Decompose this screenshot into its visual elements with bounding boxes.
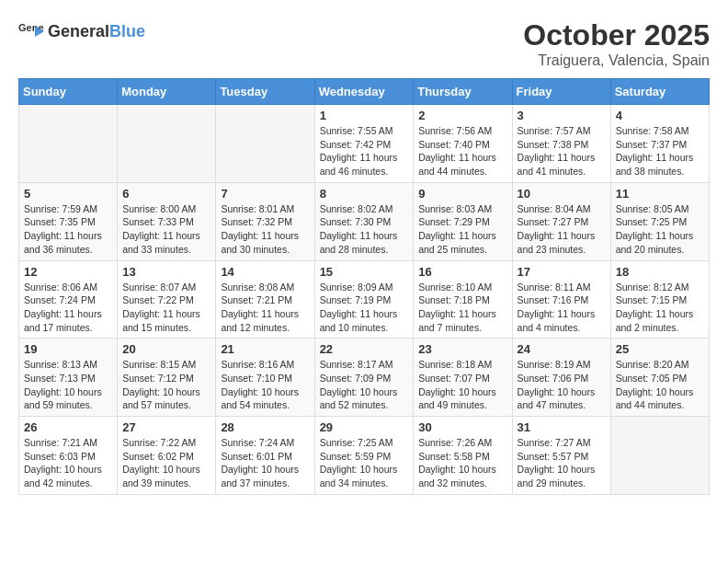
sunset: Sunset: 7:15 PM [616, 294, 688, 305]
calendar-cell: 31 Sunrise: 7:27 AM Sunset: 5:57 PM Dayl… [512, 417, 610, 495]
daylight: Daylight: 11 hours and 28 minutes. [320, 230, 398, 255]
daylight: Daylight: 10 hours and 54 minutes. [221, 386, 299, 411]
calendar-cell: 20 Sunrise: 8:15 AM Sunset: 7:12 PM Dayl… [118, 339, 216, 417]
calendar-cell: 14 Sunrise: 8:08 AM Sunset: 7:21 PM Dayl… [216, 260, 314, 339]
sunrise: Sunrise: 8:12 AM [616, 282, 689, 293]
day-number: 29 [320, 420, 409, 434]
sunset: Sunset: 7:27 PM [518, 216, 589, 227]
calendar-cell: 5 Sunrise: 7:59 AM Sunset: 7:35 PM Dayli… [19, 182, 118, 260]
sunrise: Sunrise: 8:10 AM [418, 282, 492, 293]
calendar-cell: 27 Sunrise: 7:22 AM Sunset: 6:02 PM Dayl… [118, 417, 216, 495]
day-number: 2 [418, 109, 506, 122]
day-info: Sunrise: 8:04 AM Sunset: 7:27 PM Dayligh… [518, 202, 606, 257]
day-info: Sunrise: 8:06 AM Sunset: 7:24 PM Dayligh… [24, 281, 112, 335]
daylight: Daylight: 10 hours and 52 minutes. [320, 386, 398, 411]
daylight: Daylight: 10 hours and 32 minutes. [418, 464, 496, 488]
sunset: Sunset: 7:19 PM [320, 294, 392, 305]
daylight: Daylight: 11 hours and 38 minutes. [616, 152, 694, 177]
sunrise: Sunrise: 8:15 AM [122, 359, 196, 370]
day-info: Sunrise: 7:25 AM Sunset: 5:59 PM Dayligh… [320, 436, 409, 490]
calendar-cell: 24 Sunrise: 8:19 AM Sunset: 7:06 PM Dayl… [512, 339, 610, 417]
day-info: Sunrise: 7:22 AM Sunset: 6:02 PM Dayligh… [122, 436, 210, 490]
sunset: Sunset: 7:29 PM [418, 216, 490, 227]
day-info: Sunrise: 8:18 AM Sunset: 7:07 PM Dayligh… [418, 358, 506, 412]
daylight: Daylight: 11 hours and 10 minutes. [320, 308, 398, 333]
calendar-cell: 30 Sunrise: 7:26 AM Sunset: 5:58 PM Dayl… [414, 417, 512, 495]
day-number: 27 [122, 420, 210, 434]
calendar-cell: 19 Sunrise: 8:13 AM Sunset: 7:13 PM Dayl… [19, 339, 118, 417]
calendar-cell: 17 Sunrise: 8:11 AM Sunset: 7:16 PM Dayl… [512, 260, 610, 339]
calendar-cell: 2 Sunrise: 7:56 AM Sunset: 7:40 PM Dayli… [414, 105, 512, 183]
calendar-cell: 25 Sunrise: 8:20 AM Sunset: 7:05 PM Dayl… [610, 339, 709, 417]
calendar-cell: 26 Sunrise: 7:21 AM Sunset: 6:03 PM Dayl… [19, 417, 118, 495]
daylight: Daylight: 11 hours and 41 minutes. [518, 152, 596, 177]
sunset: Sunset: 7:33 PM [122, 216, 194, 227]
day-info: Sunrise: 7:58 AM Sunset: 7:37 PM Dayligh… [616, 124, 704, 178]
weekday-header-row: SundayMondayTuesdayWednesdayThursdayFrid… [19, 79, 710, 105]
calendar-cell: 12 Sunrise: 8:06 AM Sunset: 7:24 PM Dayl… [19, 260, 118, 339]
weekday-header-thursday: Thursday [414, 79, 512, 105]
week-row-4: 19 Sunrise: 8:13 AM Sunset: 7:13 PM Dayl… [19, 339, 710, 417]
daylight: Daylight: 10 hours and 47 minutes. [518, 386, 596, 411]
sunrise: Sunrise: 8:09 AM [320, 282, 393, 293]
day-number: 4 [616, 109, 704, 122]
day-info: Sunrise: 8:20 AM Sunset: 7:05 PM Dayligh… [616, 358, 704, 412]
day-info: Sunrise: 8:03 AM Sunset: 7:29 PM Dayligh… [418, 202, 506, 257]
day-info: Sunrise: 8:19 AM Sunset: 7:06 PM Dayligh… [518, 358, 606, 412]
daylight: Daylight: 11 hours and 44 minutes. [418, 152, 496, 177]
daylight: Daylight: 11 hours and 7 minutes. [418, 308, 496, 333]
logo-general: General [48, 22, 109, 40]
daylight: Daylight: 10 hours and 59 minutes. [24, 386, 102, 411]
day-number: 6 [122, 187, 210, 201]
sunrise: Sunrise: 7:55 AM [320, 125, 393, 136]
sunrise: Sunrise: 8:01 AM [221, 203, 294, 214]
title-block: October 2025 Traiguera, Valencia, Spain [523, 18, 710, 69]
calendar-cell: 11 Sunrise: 8:05 AM Sunset: 7:25 PM Dayl… [610, 182, 709, 260]
day-number: 19 [24, 342, 112, 356]
daylight: Daylight: 10 hours and 57 minutes. [122, 386, 200, 411]
daylight: Daylight: 11 hours and 30 minutes. [221, 230, 299, 255]
day-info: Sunrise: 8:15 AM Sunset: 7:12 PM Dayligh… [122, 358, 210, 412]
daylight: Daylight: 10 hours and 49 minutes. [418, 386, 496, 411]
calendar-cell: 1 Sunrise: 7:55 AM Sunset: 7:42 PM Dayli… [314, 105, 414, 183]
page-header: General GeneralBlue October 2025 Traigue… [18, 18, 710, 69]
day-number: 1 [320, 109, 409, 122]
sunrise: Sunrise: 7:59 AM [24, 203, 97, 214]
sunset: Sunset: 7:18 PM [418, 294, 490, 305]
day-info: Sunrise: 8:05 AM Sunset: 7:25 PM Dayligh… [616, 202, 704, 257]
day-info: Sunrise: 8:02 AM Sunset: 7:30 PM Dayligh… [320, 202, 409, 257]
calendar-cell: 23 Sunrise: 8:18 AM Sunset: 7:07 PM Dayl… [414, 339, 512, 417]
daylight: Daylight: 11 hours and 4 minutes. [518, 308, 596, 333]
daylight: Daylight: 10 hours and 42 minutes. [24, 464, 102, 488]
day-info: Sunrise: 8:11 AM Sunset: 7:16 PM Dayligh… [518, 281, 606, 335]
day-number: 7 [221, 187, 309, 201]
sunrise: Sunrise: 8:00 AM [122, 203, 196, 214]
sunrise: Sunrise: 7:26 AM [418, 437, 492, 448]
sunset: Sunset: 7:24 PM [24, 294, 96, 305]
sunset: Sunset: 7:42 PM [320, 139, 392, 150]
sunset: Sunset: 7:25 PM [616, 216, 688, 227]
calendar-cell: 28 Sunrise: 7:24 AM Sunset: 6:01 PM Dayl… [216, 417, 314, 495]
sunset: Sunset: 7:40 PM [418, 139, 490, 150]
day-info: Sunrise: 7:57 AM Sunset: 7:38 PM Dayligh… [518, 124, 606, 178]
day-number: 13 [122, 265, 210, 279]
day-info: Sunrise: 8:16 AM Sunset: 7:10 PM Dayligh… [221, 358, 309, 412]
calendar-cell: 22 Sunrise: 8:17 AM Sunset: 7:09 PM Dayl… [314, 339, 414, 417]
day-number: 15 [320, 265, 409, 279]
daylight: Daylight: 11 hours and 36 minutes. [24, 230, 102, 255]
day-number: 8 [320, 187, 409, 201]
day-info: Sunrise: 7:26 AM Sunset: 5:58 PM Dayligh… [418, 436, 506, 490]
sunrise: Sunrise: 8:18 AM [418, 359, 492, 370]
daylight: Daylight: 11 hours and 15 minutes. [122, 308, 200, 333]
sunrise: Sunrise: 8:11 AM [518, 282, 591, 293]
day-info: Sunrise: 7:56 AM Sunset: 7:40 PM Dayligh… [418, 124, 506, 178]
calendar-cell: 15 Sunrise: 8:09 AM Sunset: 7:19 PM Dayl… [314, 260, 414, 339]
day-info: Sunrise: 8:10 AM Sunset: 7:18 PM Dayligh… [418, 281, 506, 335]
sunrise: Sunrise: 8:13 AM [24, 359, 97, 370]
daylight: Daylight: 11 hours and 46 minutes. [320, 152, 398, 177]
calendar-cell: 16 Sunrise: 8:10 AM Sunset: 7:18 PM Dayl… [414, 260, 512, 339]
sunrise: Sunrise: 8:07 AM [122, 282, 196, 293]
sunrise: Sunrise: 8:02 AM [320, 203, 393, 214]
day-number: 11 [616, 187, 704, 201]
sunset: Sunset: 7:05 PM [616, 373, 688, 384]
